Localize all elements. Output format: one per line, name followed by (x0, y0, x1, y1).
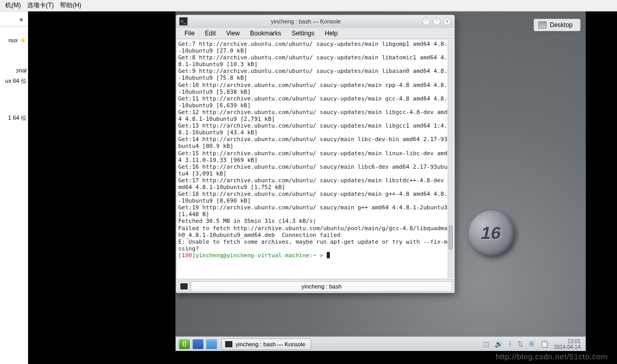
firewall-icon[interactable]: ◫ (483, 340, 489, 348)
watermark-text: http://blog.csdn.net/51cto.com (496, 352, 608, 361)
menu-view[interactable]: View (221, 29, 245, 38)
menu-help[interactable]: Help (319, 29, 343, 38)
terminal-icon (180, 283, 188, 290)
maximize-button[interactable]: ˄ (433, 17, 441, 26)
taskbar-clock[interactable]: 13:01 2014-04-14 (554, 338, 583, 350)
terminal-icon (225, 341, 232, 347)
host-menu-vm[interactable]: 机(M) (2, 0, 24, 11)
show-desktop-icon[interactable] (192, 339, 204, 349)
konsole-tab[interactable]: yincheng : bash (191, 281, 452, 292)
taskbar-entry-label: yincheng : bash — Konsole (236, 341, 305, 347)
new-tab-button[interactable] (178, 281, 190, 292)
show-desktop-button[interactable]: Desktop (534, 19, 581, 31)
file-manager-icon[interactable] (206, 339, 217, 349)
host-sidebar: × nux ★ ɔnal ux 64 位 1 64 位 (0, 11, 28, 364)
menu-bookmarks[interactable]: Bookmarks (245, 29, 287, 38)
desktop-button-label: Desktop (550, 21, 573, 29)
volume-icon[interactable]: 🔊 (495, 340, 503, 348)
mint-badge-icon: 16 (468, 210, 515, 257)
terminal-output: Get:7 http://archive.ubuntu.com/ubuntu/ … (177, 40, 453, 259)
konsole-menubar: File Edit View Bookmarks Settings Help (176, 28, 454, 39)
vm-viewport: 16 Desktop >_ yincheng : bash — Konsole … (28, 11, 617, 364)
host-menu-help[interactable]: 帮助(H) (57, 0, 84, 11)
terminal-scrollbar[interactable] (448, 40, 453, 278)
mint-menu-button[interactable]: ⟨⟩ (179, 339, 190, 349)
sidebar-item-label: nux (8, 37, 18, 43)
sidebar-item-2[interactable]: ux 64 位 (0, 76, 28, 87)
menu-settings[interactable]: Settings (287, 29, 319, 38)
sidebar-item-0[interactable]: nux ★ (0, 27, 28, 46)
clock-date: 2014-04-14 (554, 344, 581, 350)
minimize-button[interactable]: ˅ (422, 17, 430, 26)
close-icon[interactable]: × (19, 16, 23, 24)
menu-file[interactable]: File (179, 29, 200, 38)
scrollbar-thumb[interactable] (449, 225, 453, 249)
terminal-area[interactable]: Get:7 http://archive.ubuntu.com/ubuntu/ … (177, 40, 453, 278)
star-icon: ★ (20, 36, 27, 44)
host-menu-tabs[interactable]: 选项卡(T) (24, 0, 57, 11)
sidebar-item-label: ɔnal (16, 67, 27, 74)
sidebar-item-label: 1 64 位 (8, 114, 27, 122)
guest-taskbar: ⟨⟩ yincheng : bash — Konsole ◫ 🔊 ᚼ ⇅ ⛨ 📋… (176, 336, 586, 351)
clipboard-icon[interactable]: 📋 (540, 340, 549, 348)
close-button[interactable]: × (443, 17, 451, 26)
konsole-titlebar[interactable]: >_ yincheng : bash — Konsole ˅ ˄ × (176, 15, 454, 28)
sidebar-item-3[interactable]: 1 64 位 (0, 105, 28, 124)
bluetooth-icon[interactable]: ᚼ (508, 340, 512, 348)
updates-icon[interactable]: ⛨ (528, 340, 535, 348)
menu-edit[interactable]: Edit (200, 29, 221, 38)
system-tray: ◫ 🔊 ᚼ ⇅ ⛨ 📋 13:01 2014-04-14 (483, 338, 583, 350)
konsole-tabstrip: yincheng : bash (176, 279, 454, 293)
window-title: yincheng : bash — Konsole (192, 18, 420, 24)
terminal-icon: >_ (179, 17, 188, 26)
konsole-window[interactable]: >_ yincheng : bash — Konsole ˅ ˄ × File … (176, 15, 455, 293)
guest-desktop[interactable]: 16 Desktop >_ yincheng : bash — Konsole … (175, 11, 586, 351)
network-icon[interactable]: ⇅ (517, 340, 523, 348)
sidebar-item-1[interactable]: ɔnal (0, 58, 28, 76)
sidebar-item-label: ux 64 位 (5, 77, 27, 85)
host-menu-bar: 机(M) 选项卡(T) 帮助(H) (0, 0, 617, 11)
taskbar-entry-konsole[interactable]: yincheng : bash — Konsole (221, 338, 311, 350)
clock-time: 13:01 (554, 338, 581, 344)
